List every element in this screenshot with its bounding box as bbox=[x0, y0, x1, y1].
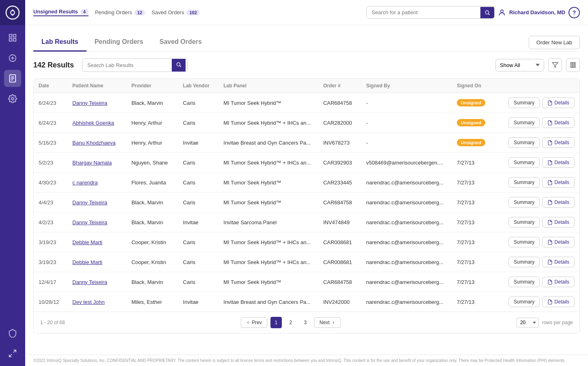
patient-link[interactable]: Debbie Marti bbox=[72, 239, 102, 245]
panel-cell: MI Tumor Seek Hybrid™ bbox=[218, 193, 318, 212]
signed-by-cell: - bbox=[361, 133, 452, 153]
lab-search-button[interactable] bbox=[172, 59, 186, 71]
sidebar-item-shield[interactable] bbox=[4, 325, 21, 342]
unsigned-results-badge[interactable]: Unsigned Results 4 bbox=[33, 9, 89, 16]
details-button[interactable]: Details bbox=[542, 217, 575, 227]
summary-button[interactable]: Summary bbox=[508, 257, 540, 267]
details-button[interactable]: Details bbox=[542, 137, 575, 148]
svg-line-14 bbox=[13, 350, 16, 353]
patient-link[interactable]: Abhishek Goenka bbox=[72, 120, 114, 126]
col-provider: Provider bbox=[127, 79, 178, 93]
svg-rect-4 bbox=[9, 39, 12, 41]
patient-link[interactable]: Danny Teixeira bbox=[72, 279, 107, 285]
page-1-button[interactable]: 1 bbox=[270, 317, 282, 328]
lab-search-input[interactable] bbox=[82, 59, 172, 71]
col-actions bbox=[495, 79, 579, 93]
vendor-cell: Caris bbox=[178, 113, 219, 133]
summary-button[interactable]: Summary bbox=[508, 217, 540, 227]
sidebar-bottom bbox=[4, 321, 21, 366]
summary-button[interactable]: Summary bbox=[508, 297, 540, 307]
patient-link[interactable]: Danny Teixeira bbox=[72, 199, 107, 206]
signed-by-cell: - bbox=[361, 93, 452, 113]
prev-page-button[interactable]: Prev bbox=[241, 317, 267, 328]
signed-by-cell: narendrac.c@amerisourceberg... bbox=[361, 252, 452, 272]
provider-cell: Henry, Arthur bbox=[127, 113, 178, 133]
details-button[interactable]: Details bbox=[542, 237, 575, 247]
patient-search-input[interactable] bbox=[367, 6, 480, 18]
summary-button[interactable]: Summary bbox=[508, 117, 540, 128]
details-button[interactable]: Details bbox=[542, 297, 575, 307]
status-badge: Unsigned bbox=[457, 99, 485, 106]
signed-on-cell: Unsigned bbox=[452, 133, 495, 153]
pending-orders-badge[interactable]: Pending Orders 12 bbox=[95, 9, 145, 15]
signed-on-cell: Unsigned bbox=[452, 113, 495, 133]
details-button[interactable]: Details bbox=[542, 97, 575, 108]
order-cell: CAR684758 bbox=[318, 272, 361, 292]
rows-per-page-select[interactable]: 20 50 100 bbox=[517, 318, 539, 327]
sidebar-item-orders[interactable] bbox=[4, 70, 21, 87]
summary-button[interactable]: Summary bbox=[508, 97, 540, 108]
signed-on-cell: 7/27/13 bbox=[452, 292, 495, 312]
table-row: 5/2/23 Bhargav Namala Nguyen, Shane Cari… bbox=[34, 153, 579, 173]
details-button[interactable]: Details bbox=[542, 117, 575, 128]
details-button[interactable]: Details bbox=[542, 157, 575, 168]
summary-button[interactable]: Summary bbox=[508, 237, 540, 247]
patient-link[interactable]: Banu Khodzhaeva bbox=[72, 140, 115, 146]
page-3-button[interactable]: 3 bbox=[300, 317, 311, 328]
signed-on-cell: 7/27/13 bbox=[452, 252, 495, 272]
patient-link[interactable]: Danny Teixeira bbox=[72, 219, 107, 225]
pending-orders-count: 12 bbox=[134, 10, 145, 15]
next-page-button[interactable]: Next bbox=[314, 317, 341, 328]
patient-link[interactable]: Dev test John bbox=[72, 299, 105, 305]
order-new-lab-button[interactable]: Order New Lab bbox=[529, 36, 580, 49]
summary-button[interactable]: Summary bbox=[508, 197, 540, 208]
summary-button[interactable]: Summary bbox=[508, 137, 540, 148]
page-2-button[interactable]: 2 bbox=[285, 317, 296, 328]
filter-button[interactable] bbox=[548, 58, 562, 72]
details-button[interactable]: Details bbox=[542, 197, 575, 208]
details-button[interactable]: Details bbox=[542, 177, 575, 188]
patient-link[interactable]: Danny Teixeira bbox=[72, 100, 107, 106]
sidebar-item-add[interactable] bbox=[4, 50, 21, 67]
patient-link[interactable]: c narendra bbox=[72, 180, 97, 186]
details-button[interactable]: Details bbox=[542, 277, 575, 287]
col-signed-on: Signed On bbox=[452, 79, 495, 93]
sidebar-item-settings[interactable] bbox=[4, 90, 21, 107]
rows-label: rows per page bbox=[542, 320, 573, 325]
sidebar-item-expand[interactable] bbox=[4, 345, 21, 362]
vendor-cell: Invitae bbox=[178, 292, 219, 312]
patient-link[interactable]: Debbie Marti bbox=[72, 259, 102, 265]
svg-rect-23 bbox=[573, 63, 574, 67]
tab-saved-orders[interactable]: Saved Orders bbox=[151, 33, 210, 52]
tab-pending-orders[interactable]: Pending Orders bbox=[86, 33, 151, 52]
status-badge: Unsigned bbox=[457, 139, 485, 146]
vendor-cell: Invitae bbox=[178, 212, 219, 232]
sidebar-item-dashboard[interactable] bbox=[4, 29, 21, 46]
saved-orders-count: 102 bbox=[186, 10, 199, 15]
col-vendor: Lab Vendor bbox=[178, 79, 219, 93]
table-row: 5/16/23 Banu Khodzhaeva Henry, Arthur In… bbox=[34, 133, 579, 153]
sidebar-nav bbox=[4, 25, 21, 321]
saved-orders-badge[interactable]: Saved Orders 102 bbox=[151, 9, 200, 15]
app-logo[interactable] bbox=[0, 0, 25, 25]
help-button[interactable]: ? bbox=[569, 7, 580, 18]
summary-button[interactable]: Summary bbox=[508, 157, 540, 168]
saved-orders-label: Saved Orders bbox=[151, 9, 184, 15]
tab-lab-results[interactable]: Lab Results bbox=[33, 33, 86, 52]
show-all-select[interactable]: Show All bbox=[495, 59, 544, 71]
patient-name-cell: Danny Teixeira bbox=[67, 193, 126, 212]
lab-search-wrap bbox=[82, 58, 188, 72]
patient-search-button[interactable] bbox=[480, 7, 494, 18]
user-menu[interactable]: Richard Davidson, MD bbox=[498, 9, 565, 17]
table-row: 10/28/12 Dev test John Miles, Esther Inv… bbox=[34, 292, 579, 312]
column-view-button[interactable] bbox=[566, 58, 580, 72]
panel-cell: Invitae Breast and Gyn Cancers Pa... bbox=[218, 292, 318, 312]
patient-link[interactable]: Bhargav Namala bbox=[72, 160, 112, 166]
signed-on-cell: 7/27/13 bbox=[452, 272, 495, 292]
details-button[interactable]: Details bbox=[542, 257, 575, 267]
summary-button[interactable]: Summary bbox=[508, 277, 540, 287]
provider-cell: Cooper, Kristin bbox=[127, 252, 178, 272]
summary-button[interactable]: Summary bbox=[508, 177, 540, 188]
provider-cell: Black, Marvin bbox=[127, 193, 178, 212]
results-table: Date Patient Name Provider Lab Vendor La… bbox=[34, 79, 579, 312]
